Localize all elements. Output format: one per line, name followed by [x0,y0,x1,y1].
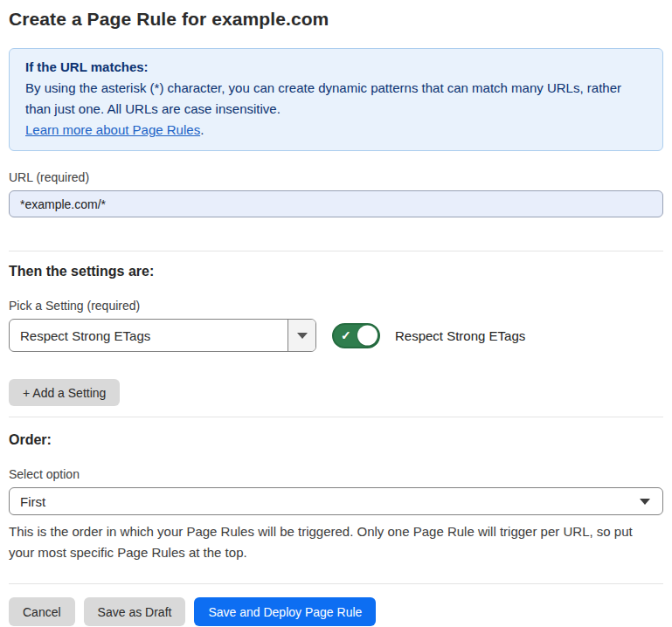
create-page-rule-form: Create a Page Rule for example.com If th… [0,0,672,626]
page-title: Create a Page Rule for example.com [9,9,663,30]
form-actions: Cancel Save as Draft Save and Deploy Pag… [9,597,663,626]
toggle-label: Respect Strong ETags [395,328,525,343]
save-and-deploy-button[interactable]: Save and Deploy Page Rule [194,597,376,626]
toggle-knob [357,326,378,346]
setting-select[interactable]: Respect Strong ETags [9,319,316,352]
setting-row: Respect Strong ETags ✓ Respect Strong ET… [9,319,663,352]
divider [9,251,663,251]
chevron-down-icon [297,333,308,339]
info-box-heading: If the URL matches: [25,57,647,78]
setting-select-arrow-button[interactable] [288,320,315,351]
url-field-label: URL (required) [9,170,663,184]
link-period: . [200,122,204,137]
url-input[interactable] [9,190,663,217]
add-setting-button[interactable]: + Add a Setting [9,379,120,406]
divider [9,417,663,417]
order-select[interactable]: First [9,487,663,515]
chevron-down-icon [640,499,650,505]
url-match-info-box: If the URL matches: By using the asteris… [9,48,663,151]
order-help-text: This is the order in which your Page Rul… [9,521,655,563]
order-select-value: First [20,494,45,509]
order-select-label: Select option [9,467,663,481]
pick-setting-label: Pick a Setting (required) [9,299,663,313]
info-box-body: By using the asterisk (*) character, you… [25,78,647,120]
save-as-draft-button[interactable]: Save as Draft [84,597,186,626]
cancel-button[interactable]: Cancel [9,597,75,626]
learn-more-link[interactable]: Learn more about Page Rules [25,122,200,137]
settings-section-heading: Then the settings are: [9,264,663,279]
respect-strong-etags-toggle[interactable]: ✓ [332,323,380,348]
order-section-heading: Order: [9,432,663,448]
divider [9,583,663,584]
setting-select-value: Respect Strong ETags [10,320,288,351]
check-icon: ✓ [341,329,351,341]
info-box-link-line: Learn more about Page Rules. [25,120,647,141]
